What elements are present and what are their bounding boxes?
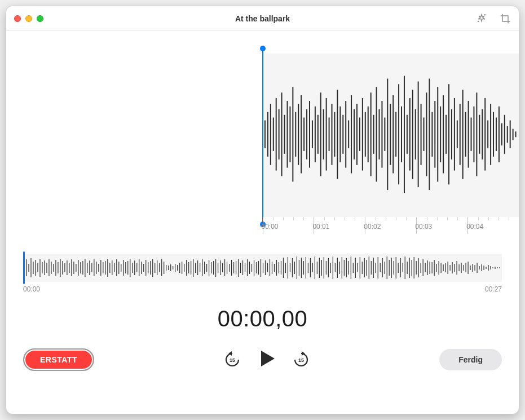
time-ruler: 00:00 00:01 00:02 00:03 00:04: [263, 217, 519, 234]
titlebar: At the ballpark: [6, 6, 519, 31]
overview-wave-svg: [23, 254, 502, 282]
minimize-window-button[interactable]: [25, 15, 32, 22]
ruler-tick-label: 00:01: [312, 223, 329, 231]
svg-marker-307: [261, 351, 275, 366]
ruler-tick-label: 00:00: [262, 223, 279, 231]
titlebar-right-group: [476, 13, 511, 24]
waveform-large: [263, 54, 519, 215]
overview-time-labels: 00:00 00:27: [23, 285, 502, 293]
overview-start-time: 00:00: [23, 285, 40, 293]
overview-playhead[interactable]: [23, 251, 25, 284]
waveform-zoom-view[interactable]: 00:00 00:01 00:02 00:03 00:04: [6, 54, 519, 234]
crop-icon: [500, 13, 511, 24]
overview-section: 00:00 00:27: [6, 234, 519, 296]
skip-back-15-button[interactable]: 15: [224, 351, 241, 368]
transport-controls: ERSTATT 15: [6, 331, 519, 386]
skip-forward-15-button[interactable]: 15: [293, 351, 310, 368]
editor-area: 00:00 00:01 00:02 00:03 00:04: [6, 31, 519, 414]
playhead[interactable]: [262, 49, 263, 224]
play-icon: [257, 348, 277, 369]
overview-end-time: 00:27: [485, 285, 502, 293]
ruler-tick-label: 00:03: [415, 223, 432, 231]
skip-back-icon: 15: [224, 351, 241, 368]
record-replace-button[interactable]: ERSTATT: [23, 348, 94, 371]
ruler-tick-label: 00:02: [364, 223, 381, 231]
svg-text:15: 15: [230, 357, 235, 363]
play-button[interactable]: [257, 348, 277, 371]
center-transport-group: 15 15: [224, 348, 310, 371]
svg-point-0: [484, 14, 485, 15]
enhance-recording-button[interactable]: [476, 13, 487, 24]
traffic-lights: [14, 15, 43, 22]
skip-forward-icon: 15: [293, 351, 310, 368]
svg-point-1: [478, 21, 479, 21]
done-button[interactable]: Ferdig: [439, 349, 502, 370]
trim-button[interactable]: [500, 13, 511, 24]
window-title: At the ballpark: [235, 14, 290, 23]
sparkle-icon: [476, 13, 487, 24]
current-timecode: 00:00,00: [6, 306, 519, 331]
ruler-tick-label: 00:04: [466, 223, 483, 231]
maximize-window-button[interactable]: [37, 15, 43, 22]
overview-waveform[interactable]: [23, 254, 502, 282]
close-window-button[interactable]: [14, 15, 21, 22]
svg-text:15: 15: [298, 357, 304, 363]
app-window: At the ballpark: [6, 6, 519, 414]
